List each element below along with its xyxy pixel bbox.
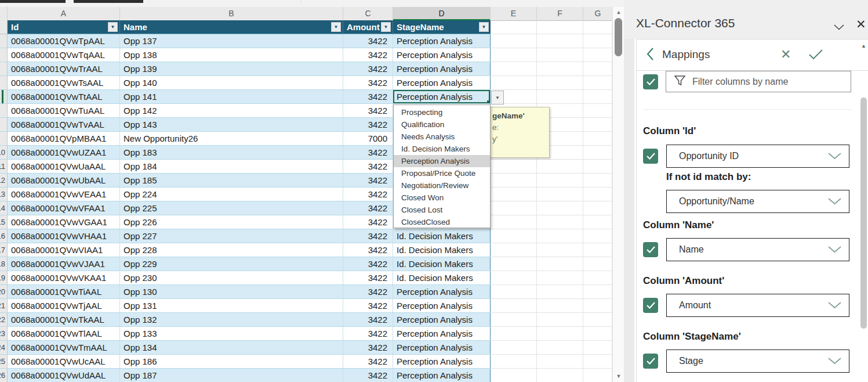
row-number[interactable]: 19 [0, 271, 8, 284]
column-id-select[interactable]: Opportunity ID [666, 145, 849, 168]
cell-amount[interactable]: 3422 [343, 62, 393, 75]
panel-close-icon[interactable]: ✕ [856, 17, 866, 31]
cell-amount[interactable]: 3422 [343, 369, 393, 382]
cell-name[interactable]: Opp 137 [120, 34, 343, 48]
column-letter-e[interactable]: E [491, 7, 537, 20]
cell-amount[interactable]: 3422 [343, 257, 393, 271]
cell-stagename[interactable]: Id. Decision Makers [393, 243, 491, 257]
cell-name[interactable]: Opp 225 [120, 201, 343, 215]
cell-stagename[interactable]: Perception Analysis [393, 285, 491, 298]
dropdown-option[interactable]: Perception Analysis [394, 155, 490, 167]
cell-stagename[interactable]: Perception Analysis [393, 90, 491, 103]
cell-amount[interactable]: 3422 [343, 243, 393, 257]
dropdown-option[interactable]: Qualification [394, 118, 490, 131]
cell-id[interactable]: 0068a00001QVwVFAA1 [8, 201, 120, 215]
cell-name[interactable]: Opp 131 [120, 299, 343, 312]
cell-name[interactable]: Opp 230 [120, 271, 343, 284]
column-letter-b[interactable]: B [120, 7, 343, 20]
dropdown-option[interactable]: Id. Decision Makers [394, 143, 490, 155]
cell-stagename[interactable]: Perception Analysis [393, 34, 491, 48]
row-number[interactable] [0, 132, 8, 145]
table-header-amount[interactable]: Amount ▼ [343, 20, 393, 34]
dropdown-option[interactable]: Negotiation/Review [394, 179, 490, 192]
cell-amount[interactable]: 3422 [343, 201, 393, 215]
row-number[interactable]: 16 [0, 229, 8, 243]
filter-checkbox[interactable] [643, 74, 658, 89]
cell-id[interactable]: 0068a00001QVwVIAA1 [8, 243, 120, 257]
cell-name[interactable]: Opp 224 [120, 188, 343, 201]
column-name-checkbox[interactable] [643, 242, 658, 257]
row-number[interactable] [0, 118, 8, 131]
row-number[interactable]: 12 [0, 174, 8, 187]
row-number[interactable] [0, 48, 8, 62]
cell-amount[interactable]: 3422 [343, 299, 393, 312]
cell-amount[interactable]: 3422 [343, 341, 393, 354]
cell-name[interactable]: Opp 130 [120, 285, 343, 298]
back-chevron-icon[interactable] [646, 47, 654, 63]
cell-id[interactable]: 0068a00001QVwTqAAL [8, 48, 120, 62]
row-number[interactable] [0, 90, 8, 103]
scroll-down-icon[interactable]: ▼ [613, 373, 624, 379]
cell-amount[interactable]: 3422 [343, 118, 393, 131]
row-number[interactable]: 24 [0, 341, 8, 354]
panel-collapse-chevron-icon[interactable] [834, 22, 844, 33]
filter-dropdown-icon[interactable]: ▼ [331, 22, 341, 32]
cell-id[interactable]: 0068a00001QVwTrAAL [8, 62, 120, 75]
match-by-select[interactable]: Opportunity/Name [666, 190, 849, 213]
cell-name[interactable]: Opp 139 [120, 62, 343, 75]
cell-amount[interactable]: 3422 [343, 34, 393, 48]
table-header-name[interactable]: Name ▼ [120, 20, 343, 34]
cell-id[interactable]: 0068a00001QVwTkAAL [8, 313, 120, 326]
cell-name[interactable]: Opp 132 [120, 313, 343, 326]
worksheet-scrollbar[interactable]: ▲ ▼ [612, 7, 624, 382]
column-letter-c[interactable]: C [343, 7, 393, 20]
column-letter-f[interactable]: F [537, 7, 583, 20]
cell-amount[interactable]: 3422 [343, 271, 393, 284]
column-letter-g[interactable]: G [583, 7, 612, 20]
filter-dropdown-icon[interactable]: ▼ [479, 22, 489, 32]
cell-id[interactable]: 0068a00001QVwUZAA1 [8, 146, 120, 159]
column-stagename-checkbox[interactable] [643, 354, 658, 369]
cell-name[interactable]: Opp 183 [120, 146, 343, 159]
cell-name[interactable]: Opp 227 [120, 229, 343, 243]
cell-id[interactable]: 0068a00001QVwTvAAL [8, 118, 120, 131]
row-number[interactable]: 14 [0, 201, 8, 215]
cell-name[interactable]: Opp 134 [120, 341, 343, 354]
cell-stagename[interactable]: Perception Analysis [393, 299, 491, 312]
cell-name[interactable]: Opp 142 [120, 104, 343, 117]
cell-id[interactable]: 0068a00001QVwTlAAL [8, 327, 120, 340]
cell-name[interactable]: Opp 138 [120, 48, 343, 62]
cell-id[interactable]: 0068a00001QVwUdAAL [8, 369, 120, 382]
column-letter-a[interactable]: A [8, 7, 120, 20]
cell-name[interactable]: Opp 226 [120, 215, 343, 229]
cell-name[interactable]: Opp 184 [120, 160, 343, 173]
cell-id[interactable]: 0068a00001QVwTuAAL [8, 104, 120, 117]
cell-id[interactable]: 0068a00001QVpMBAA1 [8, 132, 120, 145]
dropdown-option[interactable]: Prospecting [394, 106, 490, 118]
cell-name[interactable]: Opp 140 [120, 76, 343, 89]
cell-name[interactable]: New Opportunity26 [120, 132, 343, 145]
filter-columns-input[interactable] [691, 76, 851, 88]
row-number[interactable]: 17 [0, 243, 8, 257]
cell-id[interactable]: 0068a00001QVwUcAAL [8, 355, 120, 368]
cell-id[interactable]: 0068a00001QVwTmAAL [8, 341, 120, 354]
scroll-up-icon[interactable]: ▲ [613, 9, 624, 15]
column-stagename-select[interactable]: Stage [666, 349, 849, 373]
panel-scroll-up-icon[interactable]: ▲ [861, 43, 866, 49]
dropdown-option[interactable]: Closed Lost [394, 204, 490, 216]
cell-id[interactable]: 0068a00001QVwTtAAL [8, 90, 120, 103]
column-letter-d-selected[interactable]: D [393, 7, 491, 20]
cell-name[interactable]: Opp 229 [120, 257, 343, 271]
row-number[interactable]: 11 [0, 160, 8, 173]
cell-stagename[interactable]: Perception Analysis [393, 355, 491, 368]
cell-amount[interactable]: 3422 [343, 160, 393, 173]
cell-id[interactable]: 0068a00001QVwUaAAL [8, 160, 120, 173]
filter-dropdown-icon[interactable]: ▼ [381, 22, 391, 32]
select-all-corner[interactable] [0, 7, 8, 20]
cell-amount[interactable]: 3422 [343, 355, 393, 368]
cell-amount[interactable]: 3422 [343, 215, 393, 229]
column-name-select[interactable]: Name [666, 238, 849, 261]
filter-columns-searchbox[interactable] [666, 71, 851, 92]
cell-stagename[interactable]: Id. Decision Makers [393, 229, 491, 243]
cell-stagename[interactable]: Perception Analysis [393, 48, 491, 62]
